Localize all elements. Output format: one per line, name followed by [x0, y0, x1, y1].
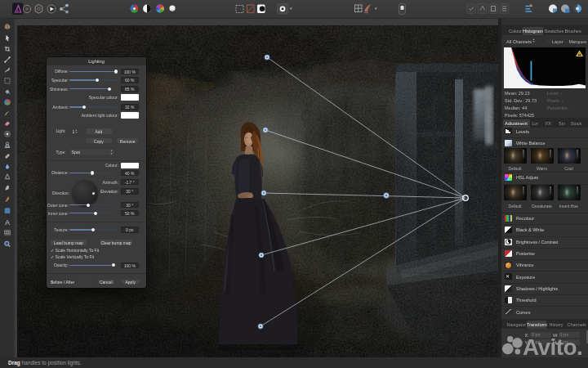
svg-text:A: A — [5, 218, 10, 227]
svg-text:Avito.: Avito. — [523, 334, 582, 360]
